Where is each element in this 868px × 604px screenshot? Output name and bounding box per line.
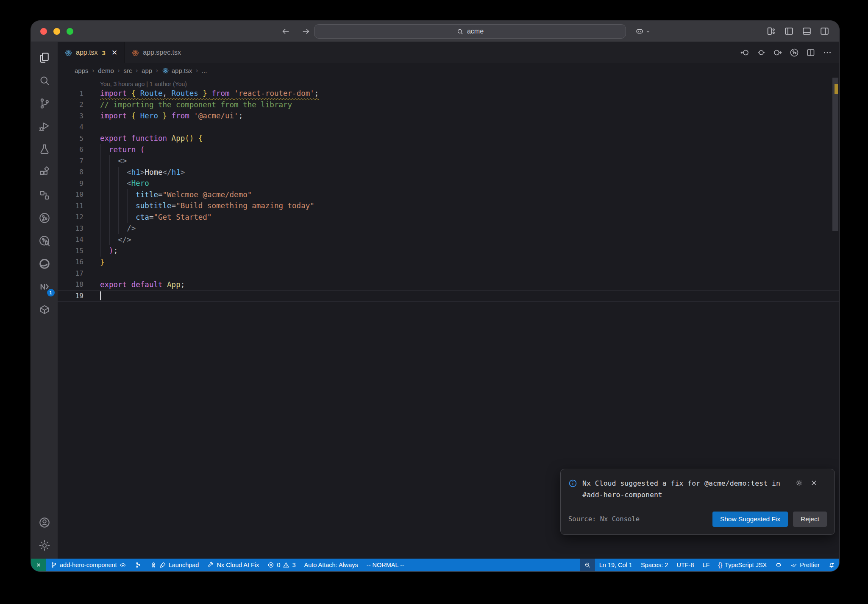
status-item-encoding[interactable]: UTF-8 [672,559,698,571]
code-line-18[interactable]: 18export default App; [58,279,839,291]
status-item-remote[interactable] [31,559,46,571]
maximize-window-button[interactable] [67,28,73,35]
activity-item-settings[interactable] [35,536,54,555]
status-item-branch[interactable]: add-hero-component [46,559,131,571]
rocket-icon [150,562,157,568]
code-line-17[interactable]: 17 [58,268,839,279]
toggle-primary-sidebar-icon[interactable] [784,26,794,36]
code-line-4[interactable]: 4 [58,122,839,133]
code-line-14[interactable]: 14 </> [58,234,839,246]
code-line-10[interactable]: 10 title="Welcmoe @acme/demo" [58,189,839,201]
line-content [100,122,839,133]
code-line-12[interactable]: 12 cta="Get Started" [58,212,839,223]
notification-settings-gear-icon[interactable] [795,479,803,487]
nav-back-icon[interactable] [740,48,750,58]
indent-guide [100,200,101,212]
status-item-language[interactable]: {}TypeScript JSX [714,559,771,571]
status-item-copilot[interactable] [771,559,786,571]
indent-guide [100,178,101,189]
split-editor-icon[interactable] [806,48,816,58]
indent-guide [100,234,101,246]
status-item-label: UTF-8 [676,562,694,568]
code-line-1[interactable]: 1import { Route, Routes } from 'react-ro… [58,88,839,99]
line-content [100,268,839,279]
code-line-19[interactable]: 19 [58,290,839,302]
code-line-8[interactable]: 8 <h1>Home</h1> [58,167,839,178]
tab-label: app.spec.tsx [143,49,181,56]
code-line-2[interactable]: 2// importing the component from the lib… [58,99,839,111]
line-number: 19 [58,292,100,300]
status-item-problems[interactable]: 03 [263,559,300,571]
graph-icon [135,562,142,568]
breadcrumb-label: apps [75,67,89,74]
activity-item-containers[interactable] [35,300,54,319]
copilot-menu[interactable] [635,27,651,36]
code-line-13[interactable]: 13 /> [58,223,839,234]
status-item-zoom[interactable] [580,559,595,571]
nx-run-target-icon[interactable] [789,48,799,58]
breadcrumb-item-app[interactable]: app [142,67,152,74]
activity-item-search[interactable] [35,71,54,90]
activity-item-edge-browser[interactable] [35,254,54,274]
activity-item-run-debug[interactable] [35,117,54,136]
status-item-auto-attach[interactable]: Auto Attach: Always [300,559,362,571]
toggle-panel-icon[interactable] [801,26,812,36]
reject-button[interactable]: Reject [793,512,827,527]
indent-guide [109,200,110,212]
code-line-9[interactable]: 9 <Hero [58,178,839,189]
minimize-window-button[interactable] [53,28,60,35]
activity-item-source-control[interactable] [35,94,54,113]
history-forward-icon[interactable] [301,27,311,36]
tab-app.spec.tsx[interactable]: app.spec.tsx [125,42,188,63]
close-window-button[interactable] [40,28,47,35]
breadcrumb-item-demo[interactable]: demo [98,67,114,74]
line-content: <h1>Home</h1> [100,167,839,178]
more-actions-icon[interactable] [822,48,832,58]
breadcrumb-item-src[interactable]: src [123,67,132,74]
history-back-icon[interactable] [281,27,290,36]
indent-guide [100,189,101,201]
line-number: 11 [58,202,100,210]
activity-item-extensions[interactable] [35,162,54,182]
code-editor[interactable]: You, 3 hours ago | 1 author (You) 1impor… [58,78,839,559]
breadcrumb-item-apptsx[interactable]: app.tsx [162,67,192,74]
activity-item-nx-graph-focus[interactable] [35,231,54,251]
code-line-7[interactable]: 7 <> [58,155,839,167]
notification-close-icon[interactable] [810,479,818,487]
activity-item-hierarchy[interactable] [35,185,54,205]
code-line-5[interactable]: 5export function App() { [58,133,839,144]
toggle-secondary-sidebar-icon[interactable] [819,26,830,36]
activity-item-testing[interactable] [35,140,54,159]
activity-item-nx-console[interactable]: 1 [35,277,54,296]
status-item-prettier[interactable]: Prettier [786,559,824,571]
nav-forward-icon[interactable] [773,48,783,58]
customize-layout-icon[interactable] [766,26,776,36]
code-line-6[interactable]: 6 return ( [58,144,839,156]
status-item-indentation[interactable]: Spaces: 2 [637,559,673,571]
line-content: import { Route, Routes } from 'react-rou… [100,88,839,99]
line-content: import { Hero } from '@acme/ui'; [100,110,839,122]
status-item-nx-cloud-ai-fix[interactable]: Nx Cloud AI Fix [203,559,263,571]
nav-current-icon[interactable] [756,48,766,58]
code-line-15[interactable]: 15 ); [58,245,839,257]
code-line-3[interactable]: 3import { Hero } from '@acme/ui'; [58,110,839,122]
tab-close-icon[interactable]: ✕ [111,49,117,56]
show-suggested-fix-button[interactable]: Show Suggested Fix [712,512,788,527]
activity-item-accounts[interactable] [35,513,54,532]
activity-item-explorer[interactable] [35,48,54,67]
status-item-git-graph[interactable] [131,559,146,571]
activity-item-nx-graph[interactable] [35,208,54,228]
status-item-notifications[interactable] [824,559,839,571]
hierarchy-icon [38,189,51,201]
code-line-11[interactable]: 11 subtitle="Build something amazing tod… [58,200,839,212]
command-center-search[interactable]: acme [314,24,626,39]
status-item-cursor-position[interactable]: Ln 19, Col 1 [595,559,637,571]
breadcrumb-item-apps[interactable]: apps [75,67,89,74]
tab-app.tsx[interactable]: app.tsx3✕ [58,42,125,63]
code-line-16[interactable]: 16} [58,257,839,268]
breadcrumb-item-[interactable]: ... [202,67,207,74]
status-item-launchpad[interactable]: Launchpad [146,559,203,571]
status-item-eol[interactable]: LF [698,559,714,571]
scrollbar-slider[interactable] [832,78,838,231]
status-item-vim-mode[interactable]: -- NORMAL -- [362,559,409,571]
